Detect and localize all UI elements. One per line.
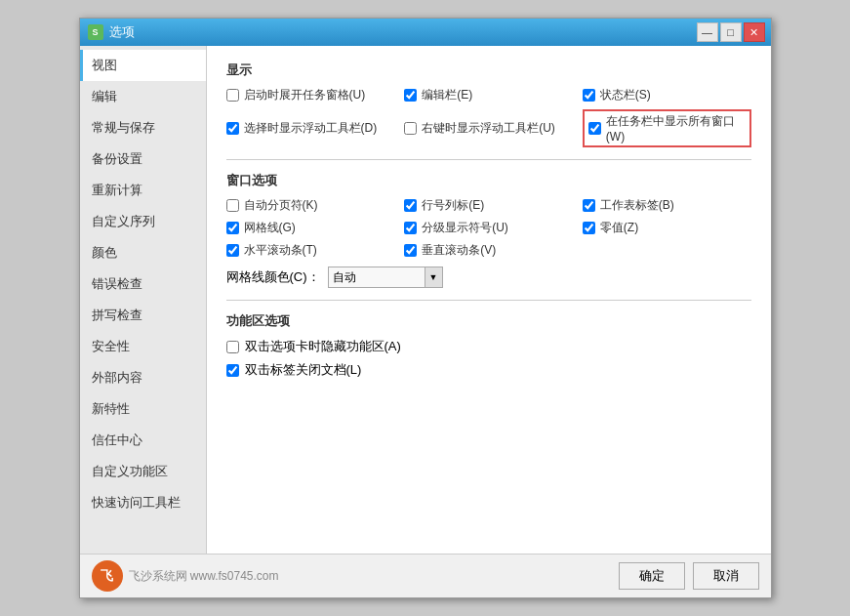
cb-float-toolbar-select-input[interactable]: [226, 122, 239, 135]
cb-status-bar-input[interactable]: [583, 89, 595, 102]
display-row-2: 选择时显示浮动工具栏(D) 右键时显示浮动工具栏(U) 在任务栏中显示所有窗口(…: [226, 109, 751, 147]
cb-placeholder-3: [583, 242, 751, 259]
cb-zero-values-input[interactable]: [583, 222, 595, 234]
cb-gridlines: 网格线(G): [226, 220, 395, 236]
cb-startup-task-pane: 启动时展开任务窗格(U): [226, 87, 395, 103]
cb-vertical-scroll: 垂直滚动条(V): [404, 242, 573, 259]
sidebar-item-backup[interactable]: 备份设置: [80, 144, 206, 175]
cb-row-col-header: 行号列标(E): [404, 197, 573, 214]
cb-close-doc-dblclick: 双击标签关闭文档(L): [226, 361, 751, 379]
minimize-button[interactable]: —: [697, 22, 718, 42]
sidebar-item-custom-ribbon[interactable]: 自定义功能区: [80, 456, 206, 487]
cb-horizontal-scroll-label: 水平滚动条(T): [244, 242, 317, 259]
main-panel: 显示 启动时展开任务窗格(U) 编辑栏(E) 状态栏(S): [207, 46, 771, 554]
sidebar-item-error-check[interactable]: 错误检查: [80, 268, 206, 300]
cb-float-toolbar-right-label: 右键时显示浮动工具栏(U): [422, 120, 555, 137]
sidebar-item-color[interactable]: 颜色: [80, 237, 206, 268]
title-bar-left: S 选项: [88, 23, 135, 41]
gridline-color-arrow[interactable]: ▼: [425, 267, 443, 288]
cb-auto-page-break-input[interactable]: [226, 199, 239, 212]
divider-1: [226, 159, 751, 160]
sidebar: 视图 编辑 常规与保存 备份设置 重新计算 自定义序列 颜色 错误检查: [80, 46, 207, 554]
display-row-1: 启动时展开任务窗格(U) 编辑栏(E) 状态栏(S): [226, 87, 751, 103]
cb-gridlines-label: 网格线(G): [244, 220, 296, 236]
cb-outline-symbols: 分级显示符号(U): [404, 220, 573, 236]
sidebar-item-trust-center[interactable]: 信任中心: [80, 425, 206, 456]
gridline-color-dropdown[interactable]: 自动: [328, 267, 425, 288]
app-icon: S: [88, 24, 103, 40]
cb-hide-ribbon-label: 双击选项卡时隐藏功能区(A): [245, 338, 401, 355]
cb-float-toolbar-right-input[interactable]: [404, 122, 417, 135]
sidebar-item-new-features[interactable]: 新特性: [80, 393, 206, 425]
cancel-button[interactable]: 取消: [693, 562, 759, 590]
sidebar-item-quick-access[interactable]: 快速访问工具栏: [80, 487, 206, 518]
watermark-text: 飞沙系统网 www.fs0745.com: [129, 568, 279, 585]
gridline-color-select: 自动 ▼: [328, 267, 443, 288]
window-options-row-3: 水平滚动条(T) 垂直滚动条(V): [226, 242, 751, 259]
watermark-icon: 飞: [92, 560, 123, 592]
cb-row-col-header-input[interactable]: [404, 199, 417, 212]
display-section-title: 显示: [226, 62, 751, 79]
cb-show-all-windows-label: 在任务栏中显示所有窗口(W): [606, 113, 746, 144]
watermark-area: 飞 飞沙系统网 www.fs0745.com: [92, 560, 279, 592]
cb-hide-ribbon: 双击选项卡时隐藏功能区(A): [226, 338, 751, 355]
sidebar-item-view[interactable]: 视图: [80, 50, 206, 81]
title-bar: S 选项 — □ ✕: [80, 19, 771, 46]
sidebar-item-general-save[interactable]: 常规与保存: [80, 112, 206, 144]
cb-horizontal-scroll-input[interactable]: [226, 244, 239, 257]
func-section-title: 功能区选项: [226, 312, 751, 330]
cb-row-col-header-label: 行号列标(E): [422, 197, 484, 214]
display-section: 显示 启动时展开任务窗格(U) 编辑栏(E) 状态栏(S): [226, 62, 751, 147]
cb-zero-values-label: 零值(Z): [600, 220, 638, 236]
cb-sheet-tabs-input[interactable]: [583, 199, 595, 212]
window-controls: — □ ✕: [697, 22, 765, 42]
sidebar-item-recalc[interactable]: 重新计算: [80, 175, 206, 206]
maximize-button[interactable]: □: [720, 22, 742, 42]
gridline-color-row: 网格线颜色(C)： 自动 ▼: [226, 267, 751, 288]
window-title: 选项: [109, 23, 135, 41]
window-options-row-1: 自动分页符(K) 行号列标(E) 工作表标签(B): [226, 197, 751, 214]
cb-auto-page-break: 自动分页符(K): [226, 197, 395, 214]
cb-formula-bar-input[interactable]: [404, 89, 417, 102]
cb-gridlines-input[interactable]: [226, 222, 239, 234]
content-area: 视图 编辑 常规与保存 备份设置 重新计算 自定义序列 颜色 错误检查: [80, 46, 771, 554]
sidebar-item-security[interactable]: 安全性: [80, 331, 206, 362]
cb-zero-values: 零值(Z): [583, 220, 751, 236]
cb-horizontal-scroll: 水平滚动条(T): [226, 242, 395, 259]
cb-show-all-windows-input[interactable]: [588, 122, 601, 135]
cb-show-all-windows: 在任务栏中显示所有窗口(W): [583, 109, 751, 147]
bottom-bar: 飞 飞沙系统网 www.fs0745.com 确定 取消: [80, 554, 771, 597]
sidebar-item-external[interactable]: 外部内容: [80, 362, 206, 393]
options-window: S 选项 — □ ✕ 视图 编辑 常规与保存 备份设置 重新计: [79, 18, 772, 598]
func-section: 功能区选项 双击选项卡时隐藏功能区(A) 双击标签关闭文档(L): [226, 312, 751, 379]
window-options-title: 窗口选项: [226, 172, 751, 189]
cb-vertical-scroll-input[interactable]: [404, 244, 417, 257]
cb-outline-symbols-label: 分级显示符号(U): [422, 220, 508, 236]
gridline-color-label: 网格线颜色(C)：: [226, 268, 320, 286]
gridline-color-value: 自动: [333, 269, 356, 286]
window-options-row-2: 网格线(G) 分级显示符号(U) 零值(Z): [226, 220, 751, 236]
cb-outline-symbols-input[interactable]: [404, 222, 417, 234]
cb-float-toolbar-right: 右键时显示浮动工具栏(U): [404, 109, 573, 147]
cb-close-doc-dblclick-label: 双击标签关闭文档(L): [245, 361, 362, 379]
cb-startup-task-pane-label: 启动时展开任务窗格(U): [244, 87, 366, 103]
cb-startup-task-pane-input[interactable]: [226, 89, 239, 102]
window-options-section: 窗口选项 自动分页符(K) 行号列标(E) 工作表标签(B): [226, 172, 751, 288]
sidebar-item-edit[interactable]: 编辑: [80, 81, 206, 112]
divider-2: [226, 300, 751, 301]
cb-float-toolbar-select-label: 选择时显示浮动工具栏(D): [244, 120, 378, 137]
cb-float-toolbar-select: 选择时显示浮动工具栏(D): [226, 109, 395, 147]
ok-button[interactable]: 确定: [619, 562, 685, 590]
cb-status-bar-label: 状态栏(S): [600, 87, 651, 103]
cb-sheet-tabs: 工作表标签(B): [583, 197, 751, 214]
cb-close-doc-dblclick-input[interactable]: [226, 364, 239, 377]
cb-status-bar: 状态栏(S): [583, 87, 751, 103]
sidebar-item-custom-seq[interactable]: 自定义序列: [80, 206, 206, 237]
cb-auto-page-break-label: 自动分页符(K): [244, 197, 318, 214]
close-button[interactable]: ✕: [744, 22, 765, 42]
cb-formula-bar-label: 编辑栏(E): [422, 87, 472, 103]
cb-hide-ribbon-input[interactable]: [226, 341, 239, 353]
cb-formula-bar: 编辑栏(E): [404, 87, 573, 103]
sidebar-item-spell-check[interactable]: 拼写检查: [80, 300, 206, 331]
cb-vertical-scroll-label: 垂直滚动条(V): [422, 242, 496, 259]
